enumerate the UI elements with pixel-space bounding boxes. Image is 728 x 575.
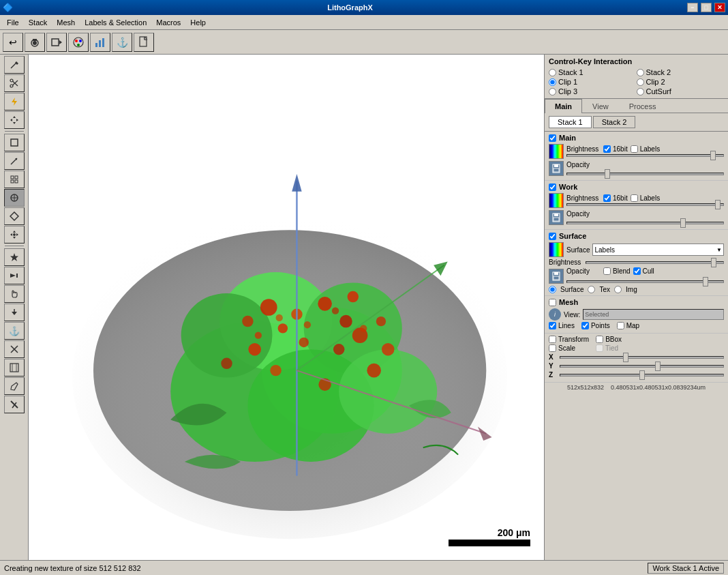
surface-opacity-slider[interactable] [566, 280, 724, 283]
surface-enable-checkbox[interactable] [549, 233, 556, 240]
chart-button[interactable] [90, 33, 110, 52]
surface-radio-img[interactable] [614, 286, 622, 293]
minimize-button[interactable]: − [687, 3, 698, 12]
svg-point-62 [339, 349, 437, 434]
radio-clip3-input[interactable] [549, 88, 556, 95]
tied-checkbox[interactable] [596, 344, 603, 352]
menu-labels[interactable]: Labels & Selection [80, 17, 151, 28]
menu-help[interactable]: Help [186, 17, 210, 28]
snapshot-button[interactable] [25, 33, 45, 52]
stack-tab-1[interactable]: Stack 1 [549, 116, 592, 128]
radio-cutsurf-input[interactable] [637, 88, 644, 95]
mesh-lines-checkbox[interactable] [549, 322, 556, 329]
radio-stack2-input[interactable] [637, 69, 644, 76]
tool-lightning[interactable] [4, 93, 25, 110]
menu-macros[interactable]: Macros [152, 17, 185, 28]
tab-process[interactable]: Process [619, 99, 667, 113]
z-slider[interactable] [560, 374, 724, 377]
control-key-options: Stack 1 Stack 2 Clip 1 Clip 2 Clip 3 [549, 68, 724, 95]
surface-radio-tex[interactable] [588, 286, 595, 293]
tool-skip[interactable] [4, 267, 25, 284]
tool-scissors[interactable] [4, 74, 25, 92]
tool-star[interactable] [4, 248, 25, 266]
work-opacity-slider[interactable] [566, 222, 724, 224]
maximize-button[interactable]: □ [701, 3, 712, 12]
mesh-enable-checkbox[interactable] [549, 299, 556, 306]
x-slider[interactable] [560, 356, 724, 359]
control-key-title: Control-Key Interaction [549, 57, 724, 65]
surface-blend-checkbox[interactable] [603, 267, 611, 275]
surface-brightness-slider[interactable] [586, 261, 724, 264]
tab-main[interactable]: Main [545, 99, 582, 113]
tool-diamond[interactable] [4, 207, 25, 225]
x-slider-row: X [549, 353, 724, 361]
stack-tab-2[interactable]: Stack 2 [593, 116, 636, 128]
work-brightness-slider[interactable] [566, 203, 724, 206]
tool-hand[interactable] [4, 285, 25, 303]
transform-checkbox[interactable] [549, 336, 556, 343]
scale-label: Scale [558, 344, 575, 352]
tool-rect[interactable] [4, 134, 25, 151]
mesh-map-checkbox[interactable] [617, 322, 624, 329]
surface-cull-checkbox[interactable] [633, 267, 641, 275]
bbox-checkbox[interactable] [596, 336, 603, 343]
work-brightness-slider-row [566, 203, 724, 206]
x-label: X [549, 353, 557, 361]
work-enable-checkbox[interactable] [549, 183, 556, 191]
tool-pencil[interactable] [4, 56, 25, 74]
scale-bar: 200 μm [449, 527, 530, 546]
mesh-view-row: i View: [549, 308, 724, 321]
palette-button[interactable] [68, 33, 89, 52]
document-button[interactable] [134, 33, 154, 52]
menu-mesh[interactable]: Mesh [52, 17, 79, 28]
svg-point-77 [376, 316, 386, 326]
menu-file[interactable]: File [3, 17, 23, 28]
tool-down[interactable] [4, 304, 25, 321]
mesh-view-input[interactable] [583, 309, 724, 320]
main-enable-checkbox[interactable] [549, 134, 556, 142]
work-section-header: Work [549, 183, 724, 191]
radio-clip1-input[interactable] [549, 78, 556, 86]
work-panel-section: Work Brightness 16bit Labels [545, 181, 728, 230]
main-brightness-slider-row [566, 154, 724, 157]
radio-stack1-input[interactable] [549, 69, 556, 76]
tool-move[interactable] [4, 111, 25, 129]
tool-pen[interactable] [4, 377, 25, 395]
record-button[interactable] [46, 33, 67, 52]
menu-stack[interactable]: Stack [25, 17, 52, 28]
mesh-points-checkbox[interactable] [581, 322, 589, 329]
tool-cut[interactable] [4, 340, 25, 358]
work-brightness-row: Brightness 16bit Labels [549, 193, 724, 208]
canvas-area[interactable]: 200 μm [29, 55, 544, 560]
tied-label: Tied [605, 344, 618, 352]
undo-button[interactable]: ↩ [3, 33, 23, 52]
tool-active[interactable] [4, 189, 25, 207]
tool-anchor[interactable]: ⚓ [4, 322, 25, 340]
window-controls[interactable]: − □ ✕ [687, 3, 725, 12]
svg-point-8 [77, 44, 80, 46]
tool-scissors2[interactable] [4, 396, 25, 413]
svg-point-63 [260, 299, 277, 316]
work-opacity-label: Opacity [566, 210, 590, 218]
radio-clip2-label: Clip 2 [646, 78, 665, 86]
dim-voxel: 0.480531x0.480531x0.0839234um [611, 384, 706, 391]
radio-clip1-label: Clip 1 [558, 78, 577, 86]
anchor-button[interactable]: ⚓ [112, 33, 132, 52]
tool-square[interactable] [4, 359, 25, 377]
main-opacity-slider[interactable] [566, 173, 724, 175]
tab-view[interactable]: View [582, 99, 619, 113]
surface-cull-row: Cull [633, 267, 654, 275]
main-section-label: Main [559, 134, 576, 142]
tool-arrow[interactable] [4, 152, 25, 170]
radio-clip2-input[interactable] [637, 78, 644, 86]
tool-grid[interactable] [4, 171, 25, 188]
scale-checkbox[interactable] [549, 344, 556, 352]
surface-radio-surface[interactable] [549, 286, 556, 293]
close-button[interactable]: ✕ [714, 3, 725, 12]
y-slider[interactable] [560, 365, 724, 368]
main-content: ⚓ [0, 55, 728, 560]
main-brightness-slider[interactable] [566, 154, 724, 157]
tool-arrows[interactable] [4, 226, 25, 244]
svg-rect-96 [553, 218, 559, 221]
surface-type-dropdown[interactable]: Labels ▼ [592, 244, 724, 256]
